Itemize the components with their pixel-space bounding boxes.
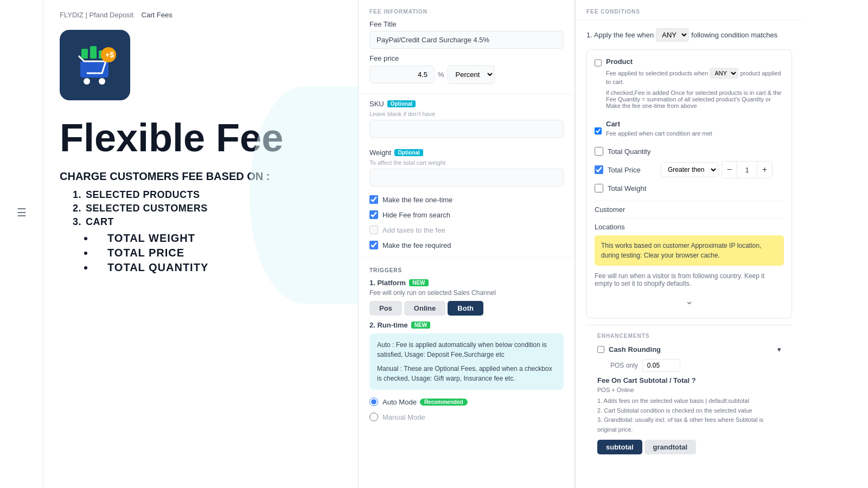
add-taxes-row: Add taxes to the fee	[359, 222, 575, 237]
make-required-checkbox[interactable]	[369, 241, 378, 249]
manual-desc: Manual : These are Optional Fees, applie…	[377, 364, 556, 383]
total-price-row: Total Price Greater then Less then Equal…	[595, 158, 784, 181]
total-weight-label: Total Weight	[608, 184, 656, 192]
conditions-header: FEE CONDITIONS	[576, 0, 803, 21]
grandtotal-btn[interactable]: grandtotal	[644, 440, 697, 454]
expand-btn[interactable]: ⌄	[595, 292, 784, 310]
auto-mode-radio[interactable]	[369, 397, 378, 406]
fee-on-cart-hints: 1. Adds fees on the selected value basis…	[597, 396, 781, 434]
cash-rounding-row: Cash Rounding ▾	[597, 345, 781, 354]
total-price-checkbox[interactable]	[595, 165, 603, 174]
weight-group: Weight Optional To affect the total cart…	[359, 143, 575, 192]
svg-point-2	[84, 78, 90, 85]
platform-title: 1. Platform NEW	[369, 279, 564, 287]
svg-rect-5	[90, 46, 97, 59]
channel-buttons: Pos Online Both	[369, 301, 564, 316]
product-title: Product	[606, 57, 784, 66]
pos-only-input[interactable]	[642, 359, 680, 372]
fee-price-label: Fee price	[369, 54, 564, 62]
pos-only-label: POS only	[610, 362, 638, 369]
fee-price-symbol: %	[438, 70, 444, 79]
hide-fee-checkbox[interactable]	[369, 210, 378, 219]
sku-hint: Leave blank if don't have	[369, 111, 564, 117]
condition-value-input[interactable]	[737, 164, 757, 176]
sku-badge: Optional	[387, 100, 416, 107]
platform-trigger: 1. Platform NEW Fee will only run on sel…	[369, 279, 564, 316]
condition-controls: Greater then Less then Equal to − +	[661, 161, 773, 178]
fee-price-input[interactable]	[369, 66, 435, 84]
condition-number: − +	[722, 161, 773, 178]
sku-input[interactable]	[369, 120, 564, 138]
subtotal-buttons: subtotal grandtotal	[597, 440, 781, 454]
fee-title-group: Fee Title	[369, 20, 564, 54]
make-fee-once-checkbox[interactable]	[369, 195, 378, 204]
conditions-header-label: FEE CONDITIONS	[586, 9, 792, 15]
triggers-section: TRIGGERS 1. Platform NEW Fee will only r…	[359, 262, 575, 435]
cash-rounding-checkbox[interactable]	[597, 346, 604, 353]
cart-title: Cart	[606, 120, 712, 128]
chevron-down-icon: ⌄	[685, 295, 693, 307]
apply-fee-row: 1. Apply the fee when ANY ALL following …	[586, 28, 792, 42]
location-warning: This works based on customer Approximate…	[595, 235, 784, 266]
following-text: following condition matches	[691, 31, 777, 39]
weight-badge: Optional	[394, 149, 423, 156]
breadcrumb-cartfees[interactable]: Cart Fees	[142, 11, 173, 19]
conditions-body: 1. Apply the fee when ANY ALL following …	[576, 21, 803, 470]
runtime-title: 2. Run-time NEW	[369, 321, 564, 329]
breadcrumb-flydiz: FLYDIZ	[60, 11, 84, 19]
weight-label: Weight Optional	[369, 149, 564, 157]
sku-label: SKU Optional	[369, 100, 564, 108]
total-weight-checkbox[interactable]	[595, 184, 603, 192]
total-quantity-label: Total Quantity	[608, 147, 656, 156]
auto-mode-row: Auto Mode Recommended	[369, 394, 564, 409]
form-header-label: FEE INFORMATION	[369, 9, 564, 15]
weight-input[interactable]	[369, 169, 564, 187]
any-select[interactable]: ANY ALL	[656, 28, 689, 42]
app-logo: +$	[60, 30, 130, 100]
make-required-row: Make the fee required	[359, 237, 575, 253]
condition-inc-btn[interactable]: +	[757, 162, 772, 178]
breadcrumb-pfand: Pfand Deposit	[89, 11, 133, 19]
svg-rect-4	[81, 49, 88, 59]
weight-hint: To affect the total cart weight	[369, 159, 564, 166]
runtime-trigger: 2. Run-time NEW Auto : Fee is applied au…	[369, 321, 564, 425]
enhancements-section: ENHANCEMENTS Cash Rounding ▾ POS only Fe…	[586, 325, 792, 462]
product-content: Product Fee applied to selected products…	[606, 57, 784, 113]
channel-btn-pos[interactable]: Pos	[369, 301, 402, 316]
decorative-blob	[250, 87, 358, 304]
product-hint: if checked,Fee is added Once for selecte…	[606, 89, 784, 109]
form-header: FEE INFORMATION Fee Title Fee price % Pe…	[359, 0, 575, 94]
recommended-badge: Recommended	[420, 399, 468, 406]
svg-point-3	[99, 78, 105, 85]
cart-checkbox[interactable]	[595, 127, 602, 134]
make-fee-once-label: Make the fee one-time	[382, 196, 452, 204]
product-any-select[interactable]: ANY ALL	[710, 68, 738, 79]
hide-fee-label: Hide Fee from search	[382, 211, 450, 219]
fee-on-cart-label: Fee On Cart Subtotal / Total ?	[597, 376, 781, 384]
marketing-section: FLYDIZ | Pfand Deposit Cart Fees +$ Flex…	[43, 0, 358, 488]
pos-online-label: POS + Online	[597, 387, 781, 393]
fee-on-cart-row: Fee On Cart Subtotal / Total ?	[597, 376, 781, 384]
channel-btn-both[interactable]: Both	[448, 301, 483, 316]
breadcrumb: FLYDIZ | Pfand Deposit Cart Fees	[60, 11, 342, 19]
condition-type-select[interactable]: Greater then Less then Equal to	[661, 162, 718, 177]
hide-fee-row: Hide Fee from search	[359, 207, 575, 222]
add-taxes-label: Add taxes to the fee	[382, 226, 445, 234]
product-checkbox[interactable]	[595, 59, 602, 67]
subtotal-btn[interactable]: subtotal	[597, 440, 642, 454]
sidebar: ☰	[0, 0, 43, 488]
make-fee-once-row: Make the fee one-time	[359, 192, 575, 207]
channel-btn-online[interactable]: Online	[404, 301, 445, 316]
condition-dec-btn[interactable]: −	[722, 162, 737, 178]
total-weight-row: Total Weight	[595, 181, 784, 195]
fee-price-type-select[interactable]: Percent Fixed	[448, 65, 495, 84]
fee-title-input[interactable]	[369, 31, 564, 49]
cash-rounding-label: Cash Rounding	[609, 345, 773, 354]
platform-desc: Fee will only run on selected Sales Chan…	[369, 289, 564, 297]
add-taxes-checkbox[interactable]	[369, 226, 378, 234]
manual-mode-radio[interactable]	[369, 413, 378, 421]
menu-icon[interactable]: ☰	[17, 206, 27, 219]
cash-rounding-dropdown[interactable]: ▾	[777, 345, 781, 354]
total-quantity-checkbox[interactable]	[595, 147, 603, 156]
auto-desc: Auto : Fee is applied automatically when…	[377, 340, 556, 359]
